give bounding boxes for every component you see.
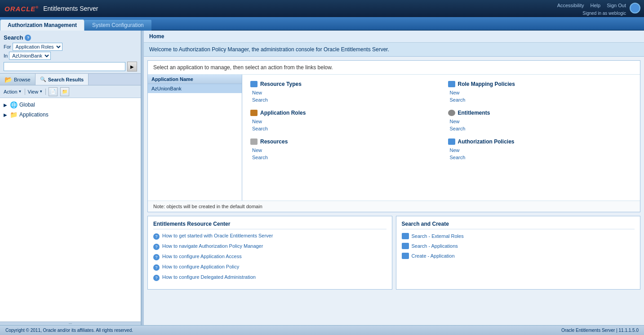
- signed-in-label: Signed in as weblogic: [582, 11, 626, 16]
- resource-center-title: Entitlements Resource Center: [153, 221, 386, 229]
- search-title: Search ?: [4, 34, 137, 41]
- auth-policies-title: Authorization Policies: [448, 138, 632, 145]
- logo: ORACLE® Entitlements Server: [4, 5, 98, 13]
- ar-icon: [250, 110, 258, 116]
- rc-link-3: ? How to configure Application Access: [153, 254, 386, 260]
- res-search-link[interactable]: Search: [250, 155, 435, 160]
- rmp-new-link[interactable]: New: [448, 90, 632, 95]
- help-circle-icon-1: ?: [153, 233, 160, 240]
- ent-search-link[interactable]: Search: [448, 126, 632, 131]
- sign-out-link[interactable]: Sign Out: [607, 3, 626, 8]
- rc-link-2-anchor[interactable]: How to navigate Authorization Policy Man…: [162, 243, 263, 249]
- app-panel-inner: Application Name AzUnionBank Resource: [148, 75, 640, 201]
- resource-center-panel: Entitlements Resource Center ? How to ge…: [147, 216, 392, 290]
- breadcrumb: Home: [144, 31, 644, 43]
- help-circle-icon-3: ?: [153, 254, 160, 260]
- rc-link-5-anchor[interactable]: How to configure Delegated Administratio…: [162, 274, 256, 280]
- search-for-select[interactable]: Application Roles: [13, 43, 62, 51]
- ap-search-link[interactable]: Search: [448, 155, 632, 160]
- note-text: Note: objects will be created in the def…: [148, 201, 640, 212]
- tree-item-applications[interactable]: ▶ 📁 Applications: [0, 110, 141, 120]
- content-area: Select an application to manage, then se…: [144, 57, 644, 325]
- search-input-row: ▶: [4, 62, 137, 71]
- search-create-title: Search and Create: [402, 221, 635, 229]
- app-list-item[interactable]: AzUnionBank: [148, 84, 242, 93]
- toolbar-divider-1: [25, 89, 25, 95]
- res-icon: [250, 138, 258, 145]
- action-group-resources: Resources New Search: [250, 138, 435, 160]
- oracle-logo: ORACLE®: [4, 5, 39, 13]
- view-menu[interactable]: View ▼: [28, 89, 43, 94]
- toolbar-divider-2: [45, 89, 46, 95]
- rc-link-3-anchor[interactable]: How to configure Application Access: [162, 254, 242, 259]
- rt-new-link[interactable]: New: [250, 90, 435, 95]
- footer: Copyright © 2011, Oracle and/or its affi…: [0, 325, 644, 335]
- action-group-resource-types: Resource Types New Search: [250, 81, 435, 103]
- search-for-line: For Application Roles: [4, 43, 137, 51]
- tree-item-global[interactable]: ▶ 🌐 Global: [0, 100, 141, 110]
- tab-bar: Authorization Management System Configur…: [0, 17, 644, 31]
- search-help-icon[interactable]: ?: [25, 35, 31, 41]
- rt-search-link[interactable]: Search: [250, 97, 435, 103]
- rc-link-2: ? How to navigate Authorization Policy M…: [153, 243, 386, 250]
- rc-link-4-anchor[interactable]: How to configure Application Policy: [162, 264, 239, 269]
- action-menu[interactable]: Action ▼: [4, 89, 22, 94]
- sc-link-2: Search - Applications: [402, 243, 635, 249]
- resource-panels: Entitlements Resource Center ? How to ge…: [147, 216, 640, 290]
- tab-authorization-management[interactable]: Authorization Management: [0, 19, 84, 31]
- tab-system-configuration[interactable]: System Configuration: [84, 19, 151, 31]
- action-group-entitlements: Entitlements New Search: [448, 110, 632, 131]
- browse-tabs: 📂 Browse 🔍 Search Results: [0, 74, 141, 85]
- app-panel: Select an application to manage, then se…: [147, 60, 640, 212]
- tree-area: ▶ 🌐 Global ▶ 📁 Applications: [0, 98, 141, 322]
- search-create-panel: Search and Create Search - External Role…: [396, 216, 641, 290]
- rc-link-4: ? How to configure Application Policy: [153, 264, 386, 271]
- browse-tab[interactable]: 📂 Browse: [0, 74, 36, 85]
- ent-icon: [448, 110, 455, 116]
- ent-new-link[interactable]: New: [448, 119, 632, 124]
- top-links: Accessibility Help Sign Out: [557, 3, 626, 8]
- new-file-button[interactable]: 📄: [49, 87, 58, 96]
- accessibility-link[interactable]: Accessibility: [557, 3, 584, 8]
- action-group-app-roles: Application Roles New Search: [250, 110, 435, 131]
- help-link[interactable]: Help: [591, 3, 601, 8]
- footer-copyright: Copyright © 2011, Oracle and/or its affi…: [5, 328, 133, 333]
- action-links-grid: Resource Types New Search Role Mapping P…: [242, 75, 640, 201]
- sc-link-3: Create - Application: [402, 253, 635, 259]
- ar-new-link[interactable]: New: [250, 119, 435, 124]
- applications-icon: 📁: [10, 111, 18, 118]
- search-results-tab[interactable]: 🔍 Search Results: [36, 74, 89, 85]
- global-icon: 🌐: [10, 101, 18, 108]
- ap-icon: [448, 138, 455, 145]
- left-bottom-handle[interactable]: ─: [0, 322, 141, 325]
- search-in-line: In AzUnionBank: [4, 52, 137, 60]
- action-group-auth-policies: Authorization Policies New Search: [448, 138, 632, 160]
- sc-link-3-anchor[interactable]: Create - Application: [412, 253, 455, 259]
- search-go-button[interactable]: ▶: [127, 62, 137, 71]
- rmp-search-link[interactable]: Search: [448, 97, 632, 103]
- role-mapping-title: Role Mapping Policies: [448, 81, 632, 87]
- search-input[interactable]: [4, 62, 125, 71]
- rt-icon: [250, 81, 258, 87]
- ap-new-link[interactable]: New: [448, 147, 632, 153]
- help-circle-icon-5: ?: [153, 275, 160, 281]
- entitlements-title: Entitlements: [448, 110, 632, 116]
- user-icon[interactable]: [630, 3, 640, 13]
- sc-icon-3: [402, 253, 409, 259]
- search-in-select[interactable]: AzUnionBank: [9, 52, 51, 60]
- rc-link-1-anchor[interactable]: How to get started with Oracle Entitleme…: [162, 233, 273, 238]
- help-circle-icon-2: ?: [153, 244, 160, 250]
- res-new-link[interactable]: New: [250, 147, 435, 153]
- sc-link-1: Search - External Roles: [402, 233, 635, 239]
- resource-types-title: Resource Types: [250, 81, 435, 87]
- sc-link-1-anchor[interactable]: Search - External Roles: [412, 233, 464, 239]
- rmp-icon: [448, 81, 455, 87]
- sc-link-2-anchor[interactable]: Search - Applications: [412, 243, 458, 249]
- rc-link-1: ? How to get started with Oracle Entitle…: [153, 233, 386, 240]
- rc-link-5: ? How to configure Delegated Administrat…: [153, 274, 386, 281]
- ar-search-link[interactable]: Search: [250, 126, 435, 131]
- help-circle-icon-4: ?: [153, 264, 160, 271]
- resources-title: Resources: [250, 138, 435, 145]
- action-group-role-mapping: Role Mapping Policies New Search: [448, 81, 632, 103]
- new-folder-button[interactable]: 📁: [60, 87, 69, 96]
